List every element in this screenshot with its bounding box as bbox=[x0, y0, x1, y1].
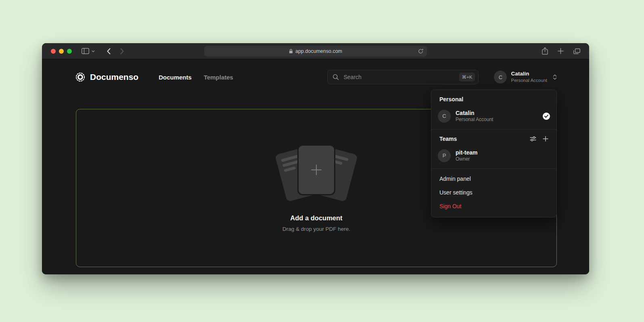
menu-item-sign-out[interactable]: Sign Out bbox=[431, 199, 556, 213]
menu-item-user-settings[interactable]: User settings bbox=[431, 186, 556, 199]
reload-icon[interactable] bbox=[418, 48, 423, 54]
sidebar-chevron-down-icon[interactable] bbox=[92, 50, 95, 52]
back-icon[interactable] bbox=[107, 48, 111, 54]
illustration-card-center bbox=[299, 146, 334, 194]
account-avatar: C bbox=[494, 71, 507, 84]
search-box[interactable]: ⌘+K bbox=[327, 70, 479, 84]
personal-section-label: Personal bbox=[439, 96, 463, 102]
personal-name: Catalin bbox=[456, 109, 493, 117]
nav-item-documents[interactable]: Documents bbox=[159, 74, 192, 81]
search-input[interactable] bbox=[343, 73, 455, 81]
account-menu-trigger[interactable]: C Catalin Personal Account bbox=[494, 71, 557, 84]
menu-section-teams: Teams bbox=[431, 130, 556, 146]
dropzone-title: Add a document bbox=[290, 214, 342, 222]
team-avatar: P bbox=[438, 149, 451, 162]
minimize-window-button[interactable] bbox=[59, 49, 64, 54]
search-icon bbox=[332, 74, 339, 80]
add-document-plus-icon bbox=[310, 164, 322, 176]
check-circle-icon bbox=[543, 113, 550, 120]
teams-section-label: Teams bbox=[439, 136, 457, 142]
dropzone-subtitle: Drag & drop your PDF here. bbox=[282, 226, 350, 232]
brand-name: Documenso bbox=[90, 72, 138, 82]
main-nav: Documents Templates bbox=[159, 74, 233, 81]
address-bar[interactable]: app.documenso.com bbox=[204, 46, 427, 56]
documents-illustration bbox=[274, 144, 359, 201]
menu-item-admin-panel[interactable]: Admin panel bbox=[431, 172, 556, 186]
menu-item-team[interactable]: P pit-team Owner bbox=[431, 146, 556, 169]
window-controls bbox=[51, 49, 72, 54]
documenso-logo-icon bbox=[75, 72, 86, 82]
brand[interactable]: Documenso bbox=[75, 72, 138, 82]
app-header: Documenso Documents Templates ⌘+K C bbox=[42, 59, 589, 84]
sidebar-toggle-icon[interactable] bbox=[82, 48, 89, 54]
account-dropdown-menu: Personal C Catalin Personal Account Team… bbox=[431, 90, 557, 217]
browser-titlebar: app.documenso.com bbox=[42, 43, 589, 59]
close-window-button[interactable] bbox=[51, 49, 56, 54]
browser-window: app.documenso.com bbox=[42, 43, 589, 274]
share-icon[interactable] bbox=[542, 47, 548, 55]
forward-icon[interactable] bbox=[120, 48, 124, 54]
app-content: Documenso Documents Templates ⌘+K C bbox=[42, 59, 589, 274]
menu-section-personal: Personal bbox=[431, 90, 556, 107]
url-text: app.documenso.com bbox=[295, 48, 342, 54]
team-name: pit-team bbox=[456, 149, 477, 156]
team-role: Owner bbox=[456, 156, 477, 163]
new-tab-plus-icon[interactable] bbox=[558, 48, 564, 54]
menu-item-personal-account[interactable]: C Catalin Personal Account bbox=[431, 107, 556, 129]
zoom-window-button[interactable] bbox=[67, 49, 72, 54]
tab-overview-icon[interactable] bbox=[573, 48, 580, 54]
account-type: Personal Account bbox=[511, 77, 547, 83]
nav-item-templates[interactable]: Templates bbox=[204, 74, 233, 81]
account-name: Catalin bbox=[511, 71, 547, 77]
chevron-up-down-icon bbox=[553, 74, 557, 80]
personal-subtitle: Personal Account bbox=[456, 117, 493, 123]
add-team-plus-icon[interactable] bbox=[543, 136, 548, 142]
lock-icon bbox=[289, 49, 293, 54]
manage-teams-sliders-icon[interactable] bbox=[530, 136, 536, 142]
personal-avatar: C bbox=[438, 110, 451, 123]
search-shortcut-badge: ⌘+K bbox=[459, 73, 475, 82]
